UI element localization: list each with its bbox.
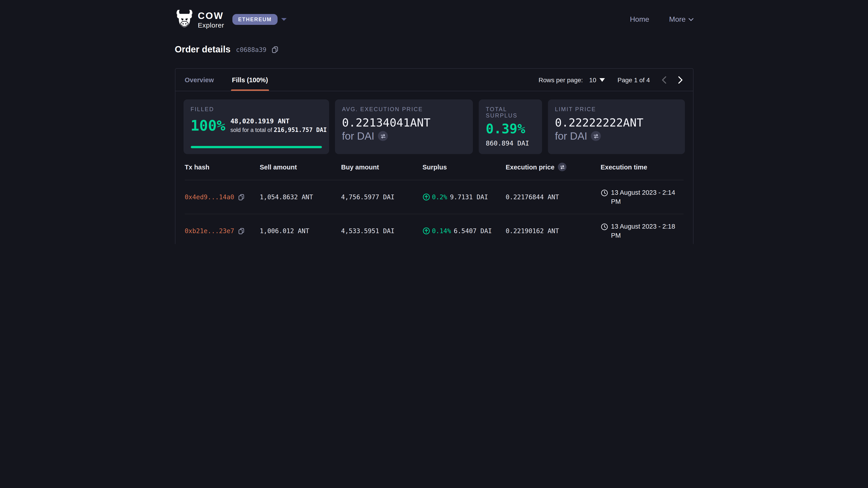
dropdown-caret-icon — [599, 78, 605, 82]
tab-overview[interactable]: Overview — [185, 69, 214, 91]
execution-time: 13 August 2023 - 2:14 PM — [611, 188, 677, 206]
limit-price-quote: for DAI — [555, 130, 587, 142]
chevron-down-icon — [281, 18, 287, 21]
network-badge[interactable]: ETHEREUM — [232, 14, 278, 25]
rows-per-page-label: Rows per page: — [538, 76, 583, 84]
nav-item-home[interactable]: Home — [630, 15, 649, 24]
copy-icon — [272, 46, 279, 53]
filled-amount: 48,020.1919 ANT — [230, 117, 327, 126]
surplus-cell: 0.2% 9.7131 DAI — [423, 193, 506, 201]
order-id: c0688a39 — [236, 46, 267, 53]
rows-per-page-select[interactable]: 10 — [589, 76, 605, 84]
sell-amount: 1,006.012 ANT — [260, 227, 341, 234]
invert-price-button[interactable] — [378, 131, 388, 141]
total-surplus-card: TOTAL SURPLUS 0.39% 860.894 DAI — [478, 99, 542, 154]
avg-execution-price-quote: for DAI — [342, 130, 374, 142]
table-row: 0xb21e...23e7 1,006.012 ANT 4,533.5951 D… — [185, 214, 683, 244]
surplus-amount: 9.7131 DAI — [450, 193, 488, 201]
surplus-amount: 6.5407 DAI — [454, 227, 492, 234]
surplus-up-icon — [423, 193, 430, 201]
filled-label: FILLED — [191, 106, 322, 112]
main-nav: Home More — [630, 15, 693, 24]
logo-text-cow: COW — [198, 11, 224, 20]
table-header: Tx hash Sell amount Buy amount Surplus E… — [185, 154, 683, 180]
buy-amount: 4,533.5951 DAI — [341, 227, 423, 234]
surplus-percent: 0.2% — [432, 193, 447, 201]
surplus-up-icon — [423, 227, 430, 234]
execution-time: 13 August 2023 - 2:18 PM — [611, 222, 677, 240]
chevron-left-icon — [661, 76, 666, 84]
table-body: 0x4ed9...14a0 1,054.8632 ANT 4,756.5977 … — [185, 180, 683, 244]
logo-text-explorer: Explorer — [198, 22, 224, 28]
summary-cards: FILLED 100% 48,020.1919 ANT sold for a t… — [183, 99, 685, 154]
chevron-right-icon — [677, 76, 683, 84]
clock-icon — [600, 189, 608, 196]
copy-tx-hash-button[interactable] — [238, 228, 245, 234]
buy-amount: 4,756.5977 DAI — [341, 193, 423, 201]
tabs-row: Overview Fills (100%) Rows per page: 10 … — [175, 69, 693, 91]
cow-explorer-logo[interactable]: COW Explorer — [175, 9, 224, 29]
page-title: Order details — [175, 44, 230, 55]
previous-page-button[interactable] — [661, 76, 666, 84]
tab-fills[interactable]: Fills (100%) — [232, 69, 268, 91]
swap-arrows-icon — [380, 134, 386, 139]
avg-execution-price-card: AVG. EXECUTION PRICE 0.22134041ANT for D… — [335, 99, 473, 154]
column-execution-time: Execution time — [600, 163, 683, 170]
filled-percent: 100% — [191, 118, 225, 133]
total-surplus-amount: 860.894 DAI — [486, 140, 535, 147]
limit-price-value: 0.22222222ANT — [555, 117, 677, 130]
avg-execution-price-label: AVG. EXECUTION PRICE — [342, 106, 465, 112]
total-surplus-label: TOTAL SURPLUS — [486, 106, 535, 119]
limit-price-label: LIMIT PRICE — [555, 106, 677, 112]
surplus-cell: 0.14% 6.5407 DAI — [423, 227, 506, 234]
invert-execution-price-button[interactable] — [558, 163, 567, 171]
column-surplus: Surplus — [423, 163, 506, 170]
chevron-down-icon — [688, 18, 693, 21]
surplus-percent: 0.14% — [432, 227, 451, 234]
copy-order-id-button[interactable] — [272, 46, 279, 53]
limit-price-card: LIMIT PRICE 0.22222222ANT for DAI — [548, 99, 685, 154]
column-buy-amount: Buy amount — [341, 163, 423, 170]
column-sell-amount: Sell amount — [260, 163, 341, 170]
avg-execution-price-value: 0.22134041ANT — [342, 117, 465, 130]
column-execution-price: Execution price — [506, 163, 600, 171]
page-head: Order details c0688a39 — [175, 44, 693, 55]
tx-hash-link[interactable]: 0x4ed9...14a0 — [185, 193, 234, 201]
execution-price: 0.22190162 ANT — [506, 227, 600, 234]
execution-price: 0.22176844 ANT — [506, 193, 600, 201]
copy-icon — [238, 194, 245, 200]
fill-progress-bar — [191, 146, 322, 148]
total-surplus-percent: 0.39% — [486, 122, 535, 136]
column-tx-hash: Tx hash — [185, 163, 260, 170]
table-row: 0x4ed9...14a0 1,054.8632 ANT 4,756.5977 … — [185, 180, 683, 214]
nav-item-more[interactable]: More — [669, 15, 693, 24]
pagination-controls: Rows per page: 10 Page 1 of 4 — [538, 76, 683, 84]
fills-table: Tx hash Sell amount Buy amount Surplus E… — [175, 154, 693, 244]
tx-hash-link[interactable]: 0xb21e...23e7 — [185, 227, 234, 234]
execution-time-cell: 13 August 2023 - 2:18 PM — [600, 222, 677, 240]
filled-subtext: sold for a total of 216,951.757 DAI — [230, 126, 327, 134]
swap-arrows-icon — [560, 165, 565, 169]
copy-icon — [238, 228, 245, 234]
copy-tx-hash-button[interactable] — [238, 194, 245, 200]
page-indicator: Page 1 of 4 — [618, 76, 650, 84]
swap-arrows-icon — [593, 134, 599, 139]
cow-head-icon — [175, 9, 194, 29]
network-selector[interactable]: ETHEREUM — [232, 14, 287, 25]
sell-amount: 1,054.8632 ANT — [260, 193, 341, 201]
execution-time-cell: 13 August 2023 - 2:14 PM — [600, 188, 677, 206]
page: COW Explorer ETHEREUM Home More Orde — [0, 0, 868, 244]
order-panel: Overview Fills (100%) Rows per page: 10 … — [175, 68, 693, 244]
clock-icon — [600, 223, 608, 230]
next-page-button[interactable] — [677, 76, 683, 84]
top-bar: COW Explorer ETHEREUM Home More — [175, 0, 693, 30]
invert-limit-price-button[interactable] — [591, 131, 601, 141]
filled-card: FILLED 100% 48,020.1919 ANT sold for a t… — [183, 99, 329, 154]
